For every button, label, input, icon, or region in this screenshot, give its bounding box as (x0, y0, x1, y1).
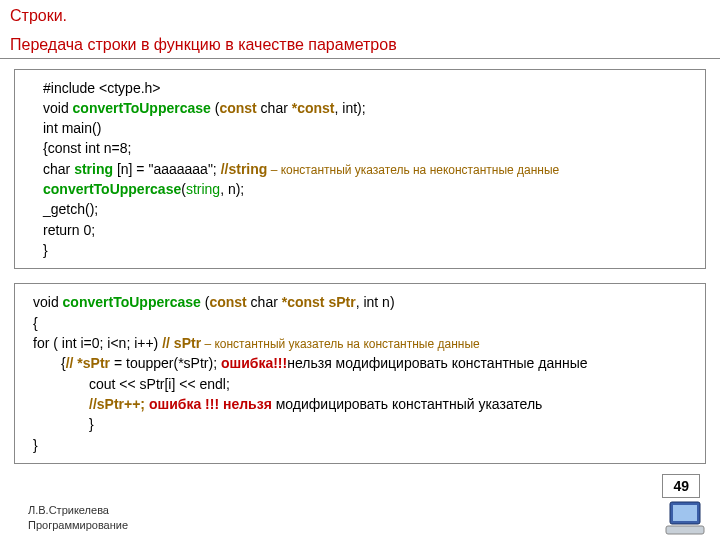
code-line: {// *sPtr = toupper(*sPtr); ошибка!!!нел… (33, 353, 695, 373)
code-line: return 0; (43, 220, 695, 240)
code-line: } (43, 240, 695, 260)
footer-author: Л.В.Стрикелева (28, 503, 128, 517)
code-line: void convertToUppercase (const char *con… (43, 98, 695, 118)
code-line: void convertToUppercase (const char *con… (33, 292, 695, 312)
svg-rect-2 (666, 526, 704, 534)
code-line: convertToUppercase(string, n); (43, 179, 695, 199)
svg-rect-1 (673, 505, 697, 521)
code-line: #include <ctype.h> (43, 78, 695, 98)
footer-course: Программирование (28, 518, 128, 532)
code-line: { (33, 313, 695, 333)
code-line: for ( int i=0; i<n; i++) // sPtr – конст… (33, 333, 695, 353)
code-line: //sPtr++; ошибка !!! нельзя модифицирова… (33, 394, 695, 414)
code-line: int main() (43, 118, 695, 138)
code-block-1: #include <ctype.h> void convertToUpperca… (14, 69, 706, 270)
slide-title-line1: Строки. (0, 0, 720, 29)
code-line: } (33, 435, 695, 455)
footer: Л.В.Стрикелева Программирование (28, 503, 128, 532)
page-number: 49 (662, 474, 700, 498)
code-block-2: void convertToUppercase (const char *con… (14, 283, 706, 463)
code-line: _getch(); (43, 199, 695, 219)
code-line: {const int n=8; (43, 138, 695, 158)
code-line: cout << sPtr[i] << endl; (33, 374, 695, 394)
computer-icon (664, 500, 706, 536)
code-line: char string [n] = "aaaaaaa"; //string – … (43, 159, 695, 179)
code-line: } (33, 414, 695, 434)
slide-title-line2: Передача строки в функцию в качестве пар… (0, 29, 720, 59)
